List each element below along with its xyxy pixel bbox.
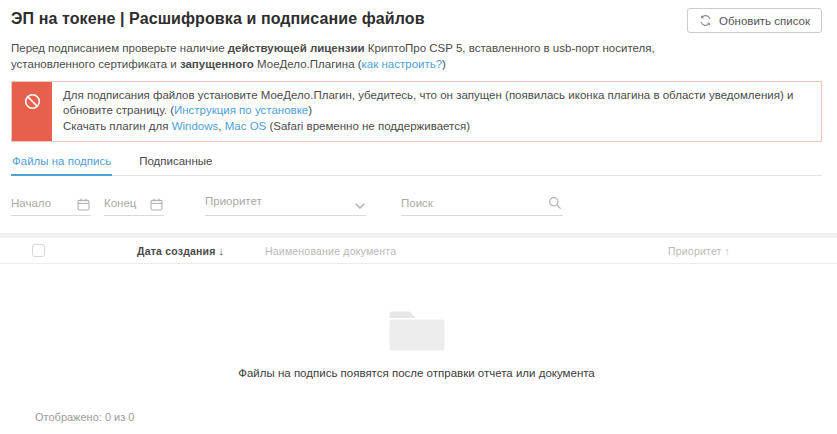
tab-files-to-sign[interactable]: Файлы на подпись xyxy=(11,150,112,176)
column-header-document[interactable]: Наименование документа xyxy=(265,245,399,257)
chevron-down-icon xyxy=(355,195,365,213)
page-title: ЭП на токене | Расшифровка и подписание … xyxy=(11,10,425,28)
intro-text: Перед подписанием проверьте наличие дейс… xyxy=(11,40,679,72)
sort-asc-arrow: ↑ xyxy=(722,245,730,257)
column-label: Дата создания xyxy=(137,245,216,257)
text-segment: МоеДело.Плагина ( xyxy=(254,58,362,70)
inline-link[interactable]: как настроить? xyxy=(362,58,443,70)
alert-install-text: Для подписания файлов установите МоеДело… xyxy=(63,88,817,118)
results-count: Отображено: 0 из 0 xyxy=(35,411,134,423)
top-bar: ЭП на токене | Расшифровка и подписание … xyxy=(11,8,822,33)
empty-state: Файлы на подпись появятся после отправки… xyxy=(11,311,822,379)
text-segment: запущенного xyxy=(180,58,254,70)
calendar-icon[interactable] xyxy=(150,197,163,215)
text-segment: Скачать плагин для xyxy=(63,120,172,132)
filter-bar: Приоритет xyxy=(11,188,822,216)
sort-desc-arrow: ↓ xyxy=(216,245,224,257)
column-label: Приоритет xyxy=(668,245,722,257)
column-header-priority[interactable]: Приоритет↑ xyxy=(668,245,730,257)
alert-badge xyxy=(12,82,52,141)
alert-body: Для подписания файлов установите МоеДело… xyxy=(52,82,821,141)
text-segment: (Safari временно не поддерживается) xyxy=(266,120,470,132)
table-header-row: Дата создания↓ Наименование документа Пр… xyxy=(0,238,837,264)
refresh-button-label: Обновить список xyxy=(719,15,810,27)
priority-select[interactable]: Приоритет xyxy=(205,188,366,216)
empty-state-message: Файлы на подпись появятся после отправки… xyxy=(11,367,822,379)
refresh-icon xyxy=(699,14,712,27)
calendar-icon[interactable] xyxy=(77,197,90,215)
search-field[interactable] xyxy=(401,193,563,216)
inline-link[interactable]: Mac OS xyxy=(225,120,267,132)
text-segment: ) xyxy=(442,58,446,70)
priority-placeholder: Приоритет xyxy=(205,195,262,207)
date-start-field[interactable] xyxy=(11,193,91,216)
tab-bar: Файлы на подпись Подписанные xyxy=(11,150,822,176)
alert-download-text: Скачать плагин для Windows, Mac OS (Safa… xyxy=(63,119,817,134)
tab-signed[interactable]: Подписанные xyxy=(138,150,213,175)
folder-icon xyxy=(388,311,446,355)
inline-link[interactable]: Windows xyxy=(172,120,219,132)
text-segment: Для подписания файлов установите МоеДело… xyxy=(63,89,793,116)
date-end-field[interactable] xyxy=(104,193,164,216)
select-all-checkbox[interactable] xyxy=(32,244,45,257)
text-segment: ) xyxy=(308,104,312,116)
signing-page: ЭП на токене | Расшифровка и подписание … xyxy=(0,0,837,379)
text-segment: Перед подписанием проверьте наличие xyxy=(11,42,228,54)
text-segment: действующей лицензии xyxy=(228,42,365,54)
column-header-date[interactable]: Дата создания↓ xyxy=(137,245,224,257)
plugin-alert: Для подписания файлов установите МоеДело… xyxy=(11,81,822,142)
search-icon[interactable] xyxy=(548,196,562,214)
column-label: Наименование документа xyxy=(265,245,396,257)
inline-link[interactable]: Инструкция по установке xyxy=(174,104,308,116)
refresh-list-button[interactable]: Обновить список xyxy=(687,8,822,33)
search-input[interactable] xyxy=(401,194,563,215)
no-entry-icon xyxy=(22,91,43,141)
